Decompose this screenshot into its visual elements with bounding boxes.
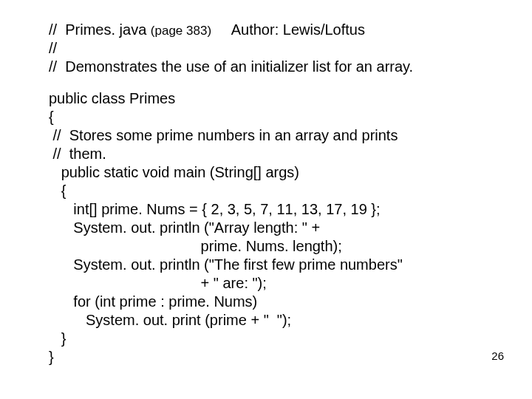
code-listing: // Primes. java (page 383) Author: Lewis… bbox=[49, 21, 502, 366]
code-line: public static void main (String[] args) bbox=[49, 163, 502, 182]
code-line: System. out. print (prime + " "); bbox=[49, 311, 502, 330]
code-line: { bbox=[49, 108, 502, 126]
code-line: for (int prime : prime. Nums) bbox=[49, 293, 502, 311]
code-line: prime. Nums. length); bbox=[49, 237, 502, 256]
comment-header-1: // Primes. java (page 383) Author: Lewis… bbox=[49, 21, 502, 39]
page-reference: (page 383) bbox=[151, 24, 211, 38]
code-line: { bbox=[49, 182, 502, 200]
code-line: + " are: "); bbox=[49, 274, 502, 293]
slide-page-number: 26 bbox=[491, 349, 504, 362]
code-line: } bbox=[49, 330, 502, 348]
code-line: // Stores some prime numbers in an array… bbox=[49, 126, 502, 145]
author-text: Author: Lewis/Loftus bbox=[211, 21, 365, 38]
code-line: System. out. println ("Array length: " + bbox=[49, 219, 502, 237]
comment-header-2: // bbox=[49, 39, 502, 58]
comment-header-3: // Demonstrates the use of an initialize… bbox=[49, 58, 502, 76]
code-line: // them. bbox=[49, 145, 502, 163]
header-prefix: // Primes. java bbox=[49, 21, 151, 38]
code-line: System. out. println ("The first few pri… bbox=[49, 256, 502, 274]
code-line: } bbox=[49, 348, 502, 366]
code-line: public class Primes bbox=[49, 89, 502, 108]
code-line: int[] prime. Nums = { 2, 3, 5, 7, 11, 13… bbox=[49, 200, 502, 219]
